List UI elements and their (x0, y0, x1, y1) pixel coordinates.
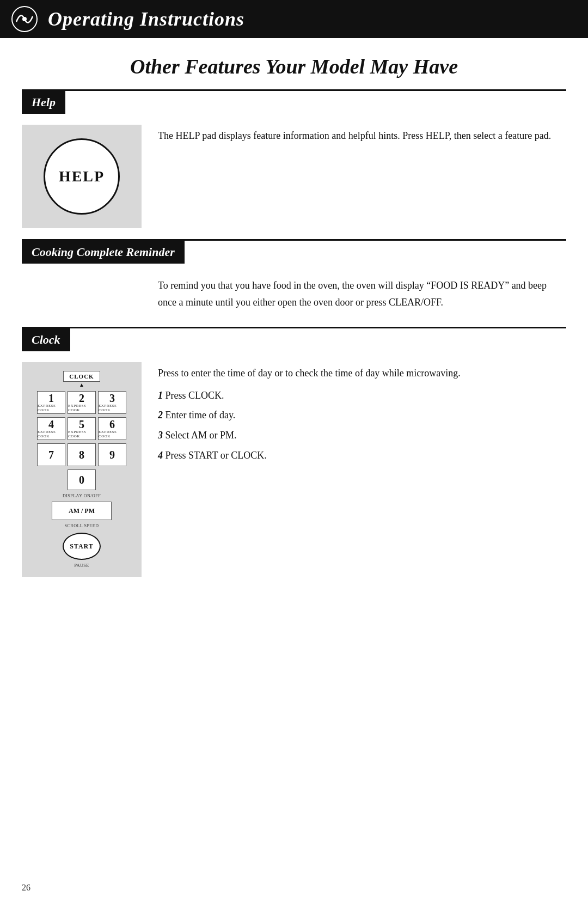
key-2[interactable]: 2 EXPRESS COOK (68, 391, 96, 414)
clock-keypad-image: CLOCK ▲ 1 EXPRESS COOK 2 EXPRESS COOK 3 … (22, 362, 142, 577)
key-5[interactable]: 5 EXPRESS COOK (68, 417, 96, 440)
help-description: The HELP pad displays feature informatio… (158, 125, 566, 228)
help-section-label: Help (22, 91, 65, 114)
cooking-description: To remind you that you have food in the … (158, 274, 566, 316)
ampm-button[interactable]: AM / PM (52, 502, 112, 520)
keypad-row-4: 0 (29, 469, 134, 490)
pause-label: PAUSE (74, 563, 89, 568)
key-7[interactable]: 7 (37, 443, 65, 466)
key-4[interactable]: 4 EXPRESS COOK (37, 417, 65, 440)
clock-section-content: CLOCK ▲ 1 EXPRESS COOK 2 EXPRESS COOK 3 … (22, 362, 566, 577)
clock-step-3: 3 Select AM or PM. (158, 427, 566, 444)
clock-keypad-box: CLOCK ▲ 1 EXPRESS COOK 2 EXPRESS COOK 3 … (22, 362, 142, 577)
key-6[interactable]: 6 EXPRESS COOK (98, 417, 126, 440)
page-number: 26 (22, 883, 30, 893)
keypad-row-1: 1 EXPRESS COOK 2 EXPRESS COOK 3 EXPRESS … (29, 391, 134, 414)
header-title: Operating Instructions (48, 8, 244, 30)
help-section-content: HELP The HELP pad displays feature infor… (22, 125, 566, 228)
key-0[interactable]: 0 (68, 469, 96, 490)
brand-logo-icon (11, 5, 38, 33)
cooking-section-content: To remind you that you have food in the … (22, 274, 566, 316)
clock-section-label: Clock (22, 328, 70, 351)
help-image: HELP (22, 125, 142, 228)
page-title: Other Features Your Model May Have (22, 54, 566, 78)
start-button[interactable]: START (63, 533, 101, 560)
clock-step-1: 1 Press CLOCK. (158, 387, 566, 404)
svg-point-1 (22, 17, 27, 21)
header-bar: Operating Instructions (0, 0, 588, 38)
cooking-image-placeholder (22, 274, 142, 316)
clock-arrow-icon: ▲ (79, 382, 84, 388)
clock-description: Press to enter the time of day or to che… (158, 362, 566, 577)
key-8[interactable]: 8 (68, 443, 96, 466)
keypad-row-2: 4 EXPRESS COOK 5 EXPRESS COOK 6 EXPRESS … (29, 417, 134, 440)
clock-step-2: 2 Enter time of day. (158, 407, 566, 424)
help-image-box: HELP (22, 125, 142, 228)
clock-button[interactable]: CLOCK (63, 371, 100, 382)
key-9[interactable]: 9 (98, 443, 126, 466)
display-on-off-label: DISPLAY ON/OFF (63, 493, 101, 498)
cooking-section-label: Cooking Complete Reminder (22, 241, 185, 264)
help-button-circle: HELP (44, 138, 120, 215)
keypad-row-3: 7 8 9 (29, 443, 134, 466)
clock-step-4: 4 Press START or CLOCK. (158, 447, 566, 464)
key-3[interactable]: 3 EXPRESS COOK (98, 391, 126, 414)
scroll-speed-label: SCROLL SPEED (65, 523, 99, 528)
key-1[interactable]: 1 EXPRESS COOK (37, 391, 65, 414)
